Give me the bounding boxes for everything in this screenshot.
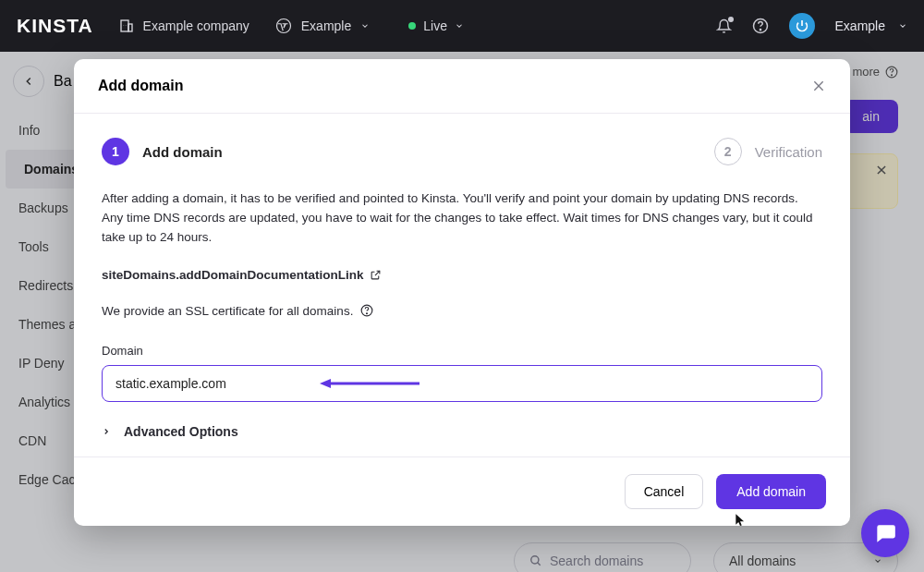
modal-title: Add domain xyxy=(98,78,183,94)
dev-mode-button[interactable] xyxy=(789,13,815,39)
modal-close-button[interactable] xyxy=(811,79,826,93)
svg-point-6 xyxy=(276,19,290,33)
company-selector[interactable]: Example company xyxy=(119,18,249,33)
domain-field-label: Domain xyxy=(102,344,822,358)
chevron-right-icon xyxy=(102,427,111,436)
user-label: Example xyxy=(835,18,885,33)
domain-input-wrap xyxy=(102,365,822,402)
notification-dot-icon xyxy=(728,17,734,22)
add-domain-modal: Add domain 1 Add domain 2 Verification A… xyxy=(74,59,850,526)
modal-header: Add domain xyxy=(74,59,850,114)
top-bar: KINSTA Example company Example Live xyxy=(0,0,924,52)
site-selector[interactable]: Example xyxy=(275,18,370,34)
logo: KINSTA xyxy=(17,15,93,37)
building-icon xyxy=(119,18,134,33)
wordpress-icon xyxy=(275,18,292,34)
step-2-label: Verification xyxy=(755,144,822,160)
step-2-number: 2 xyxy=(714,138,742,165)
environment-selector[interactable]: Live xyxy=(408,18,464,33)
chevron-down-icon xyxy=(455,21,464,30)
status-dot-icon xyxy=(408,22,416,30)
logo-text: KINSTA xyxy=(17,15,93,37)
step-1-label: Add domain xyxy=(142,144,223,160)
advanced-options-label: Advanced Options xyxy=(124,424,238,439)
chevron-down-icon xyxy=(360,21,370,30)
notifications-button[interactable] xyxy=(716,18,732,34)
help-button[interactable] xyxy=(752,18,769,34)
modal-body: After adding a domain, it has to be veri… xyxy=(74,173,850,456)
environment-label: Live xyxy=(423,18,447,33)
cursor-pointer-icon xyxy=(734,511,747,526)
ssl-note: We provide an SSL certificate for all do… xyxy=(102,304,822,318)
modal-footer: Cancel Add domain xyxy=(74,456,850,526)
chat-icon xyxy=(873,521,897,545)
chevron-down-icon xyxy=(898,21,907,30)
site-label: Example xyxy=(301,18,351,33)
documentation-link[interactable]: siteDomains.addDomainDocumentationLink xyxy=(102,268,822,282)
add-domain-button[interactable]: Add domain xyxy=(716,474,826,509)
domain-input[interactable] xyxy=(102,365,822,402)
svg-rect-0 xyxy=(121,20,128,31)
svg-point-8 xyxy=(760,30,760,30)
doc-link-label: siteDomains.addDomainDocumentationLink xyxy=(102,268,364,282)
svg-point-18 xyxy=(367,313,368,314)
advanced-options-toggle[interactable]: Advanced Options xyxy=(102,424,822,439)
step-2: 2 Verification xyxy=(714,138,822,165)
chat-fab[interactable] xyxy=(861,509,909,557)
company-label: Example company xyxy=(143,18,249,33)
modal-description: After adding a domain, it has to be veri… xyxy=(102,189,822,248)
info-icon[interactable] xyxy=(360,304,373,317)
ssl-note-text: We provide an SSL certificate for all do… xyxy=(102,304,353,318)
cancel-button[interactable]: Cancel xyxy=(625,474,704,509)
user-selector[interactable]: Example xyxy=(835,18,907,33)
external-link-icon xyxy=(370,269,382,281)
stepper: 1 Add domain 2 Verification xyxy=(74,114,850,173)
svg-rect-1 xyxy=(128,24,132,31)
step-1-number: 1 xyxy=(102,138,129,165)
step-1: 1 Add domain xyxy=(102,138,223,165)
